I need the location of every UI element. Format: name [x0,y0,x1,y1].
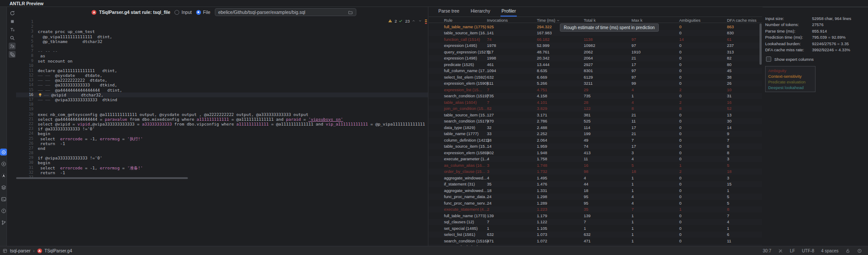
profiler-row[interactable]: predicate (1525)46113.444292717080 [429,61,762,68]
profiler-row[interactable]: function_call (1514)7466.1821138971461 [429,36,762,43]
notifications-icon[interactable] [857,248,862,253]
code-line-3[interactable]: 3create proc up_com_test [16,29,428,34]
run-tool-button[interactable] [0,160,7,167]
antlr-preview-tool-button[interactable] [0,149,7,156]
problems-tool-button[interactable] [0,207,7,214]
code-line-9[interactable]: 9set nocount on [16,59,428,63]
code-line-17[interactable]: 17—— —— @vipa333333333333 dtkind [16,97,428,102]
unlock-icon[interactable] [845,248,850,253]
code-line-31[interactable]: 31 select errorcode = -1, errormsg = '准备… [16,166,428,170]
text-size-button[interactable] [9,26,16,33]
tab-hierarchy[interactable]: Hierarchy [470,7,490,16]
code-line-30[interactable]: 30begin [16,160,428,165]
code-line-5[interactable]: 5 @p_tblname dtchar32 [16,39,428,44]
code-line-6[interactable]: 6 [16,44,428,49]
profiler-row[interactable]: select_list (1581)6321.073632106 [429,232,762,238]
prev-issue-button[interactable] [411,19,416,23]
code-line-19[interactable]: 19 [16,107,428,112]
error-stripe-mark[interactable] [425,23,427,24]
code-line-27[interactable]: 27end [16,146,428,151]
code-line-18[interactable]: 18 [16,102,428,107]
inspections-widget[interactable]: 2 23 [388,19,423,23]
profiler-row[interactable]: set_special (1485)11.1051101 [429,225,762,232]
profiler-row[interactable]: search_condition (1516)4711.0724711011 [429,238,762,244]
profiler-row[interactable]: order_by_clause (15...31.7329818218 [429,169,762,175]
profiler-row[interactable]: func_proc_name_serv...241.28995405 [429,200,762,206]
horizontal-scrollbar[interactable] [16,177,188,179]
show-expert-columns-checkbox[interactable]: Show expert columns [766,56,868,62]
code-editor[interactable]: 123create proc up_com_test4 @p_vipa11111… [16,17,428,246]
structure-view-button[interactable] [9,51,16,58]
code-line-22[interactable]: 22select @vipid = vipid,@vipa33333333333… [16,122,428,126]
code-line-7[interactable]: 7-- -- -- [16,49,428,53]
error-stripe-mark[interactable] [425,21,427,22]
code-line-32[interactable]: 32 return -1 [16,170,428,175]
code-line-8[interactable]: 8 as [16,53,428,58]
readonly-pen-icon[interactable] [778,248,783,253]
profiler-row[interactable]: table_source_item (15...141.959741708 [429,143,762,150]
code-line-14[interactable]: 14—— —— @a333333333333 dtkind, [16,83,428,87]
profiler-row[interactable]: table_name (1777)332.2521992109 [429,131,762,137]
profiler-row[interactable]: func_proc_name_data...241.29895405 [429,194,762,200]
antlr-tool-button[interactable] [0,172,7,179]
code-line-29[interactable]: 29if @vipa333333333333 !='0' [16,156,428,160]
code-line-26[interactable]: 26 return -1 [16,141,428,146]
stop-button[interactable] [9,18,16,25]
profiler-row[interactable]: search_condition (1517)4702.78652511030 [429,118,762,125]
profiler-row[interactable]: execute_statement (4...21.22335718 [429,206,762,213]
file-radio[interactable]: File [196,10,210,15]
profiler-mode-button[interactable] [9,43,16,50]
profiler-row[interactable]: expression_elem (1589)4021.948413308 [429,149,762,156]
line-ending[interactable]: LF [790,248,795,253]
input-radio-circle[interactable] [174,10,179,15]
tab-profiler[interactable]: Profiler [501,7,516,16]
code-line-23[interactable]: 23if @a333333333333 !='0' [16,126,428,131]
profiler-row[interactable]: expression_elem (1590)6115.266321199026 [429,80,762,87]
input-radio[interactable]: Input [174,10,191,15]
version-control-tool-button[interactable] [0,219,7,226]
column-header-ambiguities[interactable]: Ambiguities [679,18,700,23]
profiler-row[interactable]: data_type (1829)322.48811417014 [429,124,762,131]
zoom-button[interactable] [9,34,16,41]
file-radio-circle[interactable] [196,10,201,15]
profiler-row[interactable]: as_column_alias (16...31.74816515 [429,162,762,169]
code-line-16[interactable]: 16—— @vipid dtchar32, [16,93,428,97]
profiler-row[interactable]: full_table_name (1773)1391.179139107 [429,212,762,219]
code-line-24[interactable]: 24begin [16,131,428,136]
code-line-2[interactable]: 2 [16,24,428,29]
profiler-row[interactable]: query_expression (1527)11748.76120621910… [429,49,762,55]
code-line-10[interactable]: 10 [16,63,428,68]
breadcrumb-project[interactable]: tsql-parser [10,248,30,253]
profiler-row[interactable]: column_definition (1421)182.06449707 [429,137,762,143]
profiler-row[interactable]: expression_list (15...74.751294210 [429,86,762,93]
code-line-4[interactable]: 4 @p_vipa1111111111111 dtint, [16,34,428,39]
code-line-28[interactable]: 28 [16,151,428,156]
profiler-row[interactable]: execute_parameter (1...41.75811403 [429,156,762,162]
profiler-row[interactable]: select_list_elem (1592)6326.669612997038 [429,74,762,80]
indent-setting[interactable]: 4 spaces [821,248,838,253]
checkbox-box[interactable] [766,56,771,62]
profiler-row[interactable]: aggregate_windowed...181.33118101 [429,187,762,194]
column-header-rule[interactable]: Rule [444,18,453,23]
caret-position[interactable]: 30:7 [763,248,771,253]
code-line-11[interactable]: 11declare @a1111111111111 dtint, [16,68,428,73]
code-line-1[interactable]: 1 [16,20,428,24]
code-line-25[interactable]: 25 select errorcode = -1, errormsg = '执行… [16,136,428,141]
code-line-21[interactable]: 21select @a444444444444444 = paravalue f… [16,117,428,122]
profiler-row[interactable]: if_statement (31)351.476441015 [429,181,762,188]
table-vertical-scrollbar[interactable] [760,23,762,65]
file-encoding[interactable]: UTF-8 [802,248,814,253]
profiler-row[interactable]: table_source_item (15...1273.17138121013 [429,112,762,118]
column-header-total-k[interactable]: Total k [584,18,595,23]
profiler-row[interactable]: search_condition (1519)7354.1587351031 [429,93,762,99]
column-header-dfa-cache-miss[interactable]: DFA cache miss [727,18,756,23]
profiler-row[interactable]: join_on_condition (15...823.8291228852 [429,106,762,112]
folder-icon[interactable] [348,10,353,15]
column-header-max-k[interactable]: Max k [631,18,642,23]
profiler-row[interactable]: sql_clauses (12)71.1227104 [429,219,762,225]
refresh-button[interactable] [9,10,16,17]
tab-parse-tree[interactable]: Parse tree [438,7,459,16]
profiler-row[interactable]: aggregate_windowed...41.4954103 [429,175,762,181]
code-line-20[interactable]: 20exec nb_com_getsysconfig @a11111111111… [16,112,428,117]
profiler-row[interactable]: table_alias (1604)74.101284216 [429,99,762,106]
